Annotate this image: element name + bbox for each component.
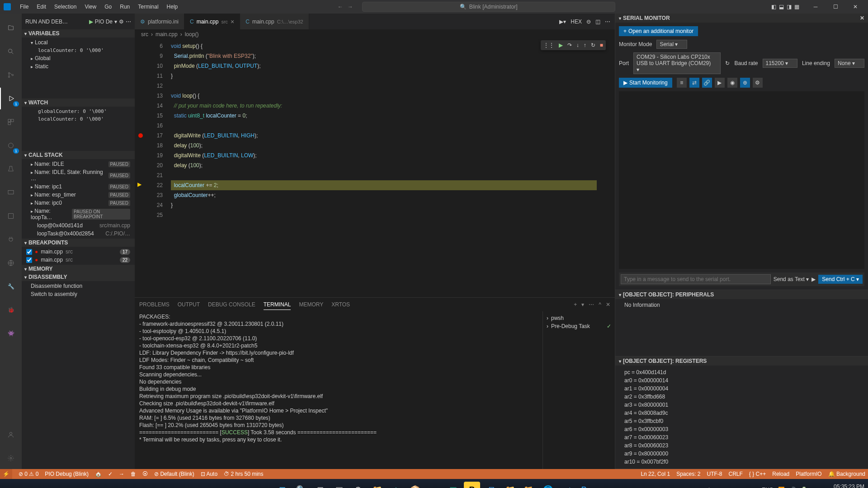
statusbar-item[interactable]: 🗑 [131, 471, 136, 477]
task-view-icon[interactable]: ⊡ [312, 482, 328, 488]
serial-opt3-icon[interactable]: 🔗 [702, 78, 712, 88]
step-out-button[interactable]: ↑ [584, 42, 586, 48]
serial-opt2-icon[interactable]: ⇄ [689, 78, 699, 88]
serial-input[interactable] [621, 274, 771, 284]
variables-local[interactable]: ▾Local [22, 38, 135, 47]
panel-more-icon[interactable]: ⋯ [589, 301, 594, 308]
statusbar-item[interactable]: ⏱ 2 hrs 50 mins [224, 471, 263, 477]
minimap[interactable] [597, 39, 615, 297]
serial-monitor-header[interactable]: ▾SERIAL MONITOR ✕ [615, 14, 868, 23]
close-button[interactable]: ✕ [846, 0, 864, 13]
restart-button[interactable]: ↻ [591, 42, 595, 48]
register-item[interactable]: pc = 0x400d141d [624, 368, 859, 376]
serial-output[interactable] [619, 91, 864, 269]
serial-opt5-icon[interactable]: ◉ [727, 78, 737, 88]
continue-button[interactable]: ▶ [559, 42, 563, 48]
register-item[interactable]: ar10 = 0x007bf2f0 [624, 458, 859, 466]
terminal-app-icon[interactable]: ▣ [331, 482, 347, 488]
drag-handle-icon[interactable]: ⋮⋮ [543, 42, 554, 48]
statusbar-item[interactable]: Spaces: 2 [676, 471, 700, 477]
plug-icon[interactable] [0, 229, 22, 250]
breakpoint-glyph[interactable] [138, 133, 143, 138]
open-monitor-button[interactable]: + Open an additional monitor [619, 26, 698, 36]
statusbar-item[interactable]: Ln 22, Col 1 [641, 471, 670, 477]
more-icon[interactable]: ⋯ [126, 19, 131, 25]
disasm-item[interactable]: Disassemble function [22, 282, 135, 290]
start-button[interactable]: ⊞ [274, 482, 290, 488]
register-item[interactable]: ar6 = 0x00000003 [624, 425, 859, 433]
maximize-button[interactable]: ☐ [826, 0, 844, 13]
register-item[interactable]: ar4 = 0x8008ad9c [624, 409, 859, 417]
statusbar-item[interactable]: Reload [772, 471, 789, 477]
menu-help[interactable]: Help [163, 2, 182, 12]
wrench-icon[interactable]: 🔧 [0, 276, 22, 297]
statusbar-item[interactable]: { } C++ [749, 471, 766, 477]
menu-terminal[interactable]: Terminal [134, 2, 162, 12]
send-icon[interactable]: ▶ [811, 276, 816, 282]
layout-grid-icon[interactable]: ▦ [794, 4, 799, 10]
peripherals-header[interactable]: ▾[OBJECT OBJECT]: PERIPHERALS [615, 290, 868, 299]
more-tabs-icon[interactable]: ⋯ [605, 19, 610, 25]
callstack-item[interactable]: ▸ Name: ipc1PAUSED [22, 183, 135, 191]
terminal-dropdown-icon[interactable]: ▾ [581, 301, 584, 308]
explorer-icon[interactable] [0, 17, 22, 39]
project-icon[interactable] [0, 205, 22, 227]
watch-item[interactable]: globalCounter: 0 '\000' [22, 108, 135, 115]
statusbar-item[interactable]: ⦿ [142, 471, 148, 477]
photoshop-icon[interactable]: Ps [578, 482, 594, 488]
nav-fwd-icon[interactable]: → [348, 4, 353, 10]
watch-header[interactable]: ▾WATCH [22, 99, 135, 107]
editor-tab[interactable]: Cmain.cppsrc× [184, 14, 240, 29]
menu-edit[interactable]: Edit [33, 2, 50, 12]
stack-frame[interactable]: loop@0x400d141dsrc/main.cpp [22, 221, 135, 230]
callstack-item[interactable]: ▸ Name: IDLE, State: Running …PAUSED [22, 168, 135, 183]
scm-icon[interactable] [0, 64, 22, 86]
variables-static[interactable]: ▸Static [22, 62, 135, 70]
step-over-button[interactable]: ↷ [567, 42, 572, 48]
bp-checkbox[interactable] [26, 257, 32, 263]
callstack-header[interactable]: ▾CALL STACK [22, 151, 135, 159]
baud-select[interactable]: 115200 ▾ [763, 59, 797, 68]
alien-icon[interactable]: 👾 [0, 323, 22, 344]
variables-global[interactable]: ▸Global [22, 54, 135, 62]
statusbar-item[interactable]: ⊡ Auto [201, 471, 217, 477]
register-item[interactable]: ar7 = 0x00060023 [624, 433, 859, 441]
panel-tab-memory[interactable]: MEMORY [299, 300, 323, 310]
registers-header[interactable]: ▾[OBJECT OBJECT]: REGISTERS [615, 357, 868, 366]
run-play-icon[interactable]: ▶▾ [559, 19, 566, 25]
line-end-select[interactable]: None ▾ [835, 59, 864, 68]
bug-icon[interactable]: 🐞 [0, 299, 22, 321]
settings-gear-icon[interactable] [0, 447, 22, 469]
statusbar-item[interactable]: PIO Debug (Blink) [45, 471, 89, 477]
split-icon[interactable]: ◫ [595, 19, 600, 25]
register-item[interactable]: ar9 = 0x80000000 [624, 450, 859, 458]
register-item[interactable]: ar5 = 0x3ffbcbf0 [624, 417, 859, 425]
callstack-item[interactable]: ▸ Name: loopTa…PAUSED ON BREAKPOINT [22, 207, 135, 221]
send-mode-select[interactable]: Send as Text ▾ [774, 276, 809, 282]
serial-opt1-icon[interactable]: ≡ [677, 78, 687, 88]
variable-localcounter[interactable]: localCounter: 0 '\000' [22, 47, 135, 54]
statusbar-item[interactable]: → [119, 471, 124, 477]
callstack-item[interactable]: ▸ Name: ipc0PAUSED [22, 199, 135, 207]
vscode-taskbar-icon[interactable]: ◢ [559, 482, 575, 488]
breakpoint-item[interactable]: ●main.cppsrc22 [22, 256, 135, 264]
editor-tab[interactable]: Cmain.cppC:\…\esp32 [240, 14, 309, 29]
terminal-list-item[interactable]: ›Pre-Debug Task✓ [546, 322, 612, 330]
stop-button[interactable]: ■ [600, 42, 603, 48]
account-icon[interactable] [0, 424, 22, 446]
layout-right-icon[interactable]: ◨ [787, 4, 792, 10]
bp-checkbox[interactable] [26, 249, 32, 255]
minimize-button[interactable]: ─ [807, 0, 825, 13]
port-select[interactable]: COM29 - Silicon Labs CP210x USB to UART … [633, 52, 721, 74]
explorer-app-icon[interactable]: 📁 [369, 482, 385, 488]
serial-monitor-icon[interactable] [0, 182, 22, 203]
close-serial-icon[interactable]: ✕ [860, 15, 864, 21]
new-terminal-icon[interactable]: + [574, 301, 577, 308]
app-icon-5[interactable]: B [464, 482, 480, 488]
search-icon[interactable] [0, 41, 22, 62]
breadcrumb-item[interactable]: main.cpp [156, 31, 178, 38]
gear-icon[interactable]: ⚙ [119, 19, 124, 25]
menu-file[interactable]: File [16, 2, 32, 12]
register-item[interactable]: ar1 = 0x00000004 [624, 385, 859, 393]
platformio-icon[interactable]: 1 [0, 135, 22, 156]
